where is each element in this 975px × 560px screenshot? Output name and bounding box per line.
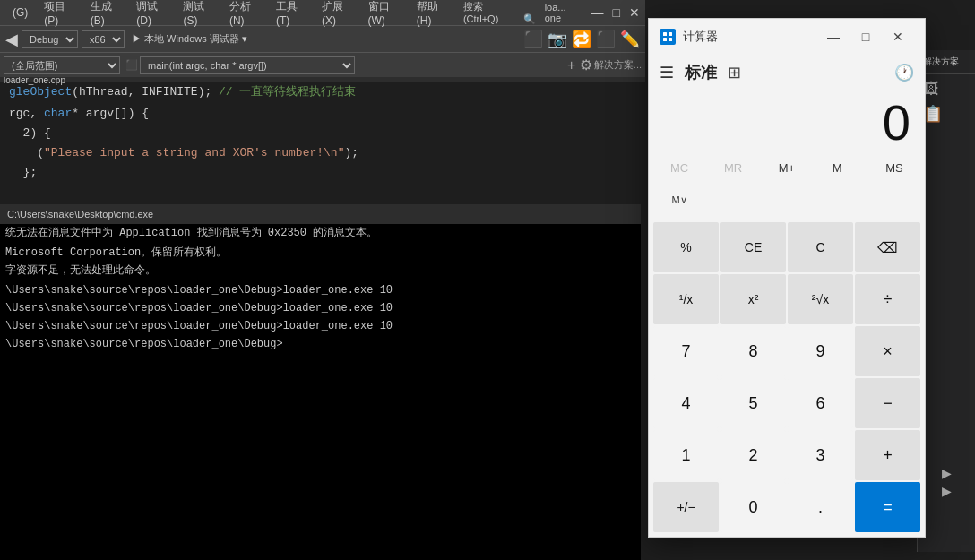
svg-rect-3: [669, 38, 672, 41]
calc-8-btn[interactable]: 8: [720, 326, 786, 376]
function-select[interactable]: main(int argc, char * argv[]): [140, 56, 355, 74]
calc-app-icon: [660, 29, 676, 45]
window-title: loa... one: [545, 2, 579, 23]
terminal-line-9: \Users\snake\source\repos\loader_one\Deb…: [0, 335, 641, 353]
calc-multiply-btn[interactable]: ×: [855, 326, 920, 376]
calc-2-btn[interactable]: 2: [720, 430, 786, 480]
terminal-line-3: Microsoft Corporation。保留所有权利。: [0, 244, 641, 262]
close-btn[interactable]: ✕: [629, 5, 640, 20]
hamburger-icon[interactable]: ☰: [660, 63, 674, 82]
menu-project[interactable]: 项目(P): [37, 0, 82, 29]
menu-window[interactable]: 窗口(W): [361, 0, 408, 29]
menu-build[interactable]: 生成(B): [83, 0, 128, 29]
calc-mode-icon: ⊞: [728, 63, 741, 82]
code-line-6: };: [0, 163, 645, 183]
calc-history-icon[interactable]: 🕐: [894, 63, 914, 82]
calc-mode-label: 标准: [685, 62, 717, 83]
calc-subtract-btn[interactable]: −: [855, 378, 920, 428]
function-indicator: ⬛: [125, 59, 138, 71]
calc-mplus-btn[interactable]: M+: [760, 151, 814, 184]
calc-ce-btn[interactable]: CE: [720, 222, 786, 272]
calc-mc-btn[interactable]: MC: [652, 151, 706, 184]
calc-4-btn[interactable]: 4: [653, 378, 719, 428]
svg-rect-0: [663, 32, 667, 36]
calc-square-btn[interactable]: x²: [720, 274, 786, 324]
calc-titlebar: 计算器 — □ ✕: [649, 19, 925, 55]
calc-7-btn[interactable]: 7: [653, 326, 719, 376]
menu-analyze[interactable]: 分析(N): [222, 0, 267, 29]
menu-test[interactable]: 测试(S): [176, 0, 220, 29]
calc-0-btn[interactable]: 0: [720, 482, 786, 532]
arch-select[interactable]: x86: [82, 30, 125, 48]
calc-1-btn[interactable]: 1: [653, 430, 719, 480]
calculator-window: 计算器 — □ ✕ ☰ 标准 ⊞ 🕐 0 MC MR M+ M− MS M∨ %…: [648, 18, 926, 538]
run-btn[interactable]: ▶ 本地 Windows 调试器 ▾: [132, 32, 247, 46]
chevron-right-icon-2[interactable]: ▶: [942, 484, 952, 498]
menu-extensions[interactable]: 扩展(X): [315, 0, 359, 29]
calc-mv-btn[interactable]: M∨: [652, 184, 706, 216]
calc-9-btn[interactable]: 9: [788, 326, 853, 376]
menu-help[interactable]: 帮助(H): [410, 0, 454, 29]
terminal-line-6: \Users\snake\source\repos\loader_one\Deb…: [0, 281, 641, 299]
calc-maximize-btn[interactable]: □: [850, 23, 882, 50]
terminal-line-1: 统无法在消息文件中为 Application 找到消息号为 0x2350 的消息…: [0, 224, 641, 242]
calc-header-left: ☰ 标准 ⊞: [660, 62, 741, 83]
calc-ms-btn[interactable]: MS: [867, 151, 921, 184]
code-line-3: rgc, char* argv[]) {: [0, 104, 645, 124]
terminal-title-bar: C:\Users\snake\Desktop\cmd.exe: [0, 204, 641, 224]
solve-label: 解决方案...: [594, 58, 642, 72]
code-line-1: gleObject(hThread, INFINITE); // 一直等待线程执…: [0, 82, 645, 102]
calc-decimal-btn[interactable]: .: [788, 482, 853, 532]
panel-icon-1[interactable]: 🖼: [923, 80, 970, 99]
calc-backspace-btn[interactable]: ⌫: [855, 222, 920, 272]
calc-3-btn[interactable]: 3: [788, 430, 853, 480]
minimize-btn[interactable]: —: [591, 5, 604, 20]
config-select[interactable]: Debug: [22, 30, 78, 48]
calc-percent-btn[interactable]: %: [653, 222, 719, 272]
calc-title-buttons: — □ ✕: [817, 23, 914, 50]
calc-minimize-btn[interactable]: —: [817, 23, 850, 50]
code-line-4: 2) {: [0, 124, 645, 143]
panel-icon-2[interactable]: 📋: [923, 104, 970, 124]
terminal-path: C:\Users\snake\Desktop\cmd.exe: [7, 209, 153, 220]
code-line-5: ("Please input a string and XOR's number…: [0, 143, 645, 163]
main-toolbar: ◀ Debug x86 ▶ 本地 Windows 调试器 ▾ ⬛ 📷 🔁 ⬛ ✏…: [0, 25, 645, 52]
calc-divide-btn[interactable]: ÷: [855, 274, 920, 324]
calc-title-text: 计算器: [683, 29, 718, 45]
calc-negate-btn[interactable]: +/−: [653, 482, 719, 532]
calc-equals-btn[interactable]: =: [855, 482, 920, 532]
panel-bottom-icons: ▶ ▶: [918, 466, 975, 498]
back-btn[interactable]: ◀: [5, 30, 18, 49]
calc-mr-btn[interactable]: MR: [706, 151, 760, 184]
toolbar-icons: ⬛ 📷 🔁 ⬛ ✏️: [523, 30, 640, 49]
calc-display-number: 0: [663, 98, 910, 148]
calc-memory-row: MC MR M+ M− MS M∨: [649, 151, 925, 216]
calc-add-btn[interactable]: +: [855, 430, 920, 480]
toolbar-extra: + ⚙: [567, 56, 592, 73]
terminal-line-8: \Users\snake\source\repos\loader_one\Deb…: [0, 317, 641, 335]
panel-label: 解决方案: [918, 50, 975, 74]
scope-select[interactable]: (全局范围): [4, 56, 120, 74]
calc-close-btn[interactable]: ✕: [882, 23, 914, 50]
chevron-right-icon-1[interactable]: ▶: [942, 466, 952, 480]
search-box[interactable]: 搜索 (Ctrl+Q) 🔍: [463, 0, 543, 25]
calc-display: 0: [649, 90, 925, 151]
terminal-line-4: 字资源不足，无法处理此命令。: [0, 262, 641, 280]
menu-bar: (G) 项目(P) 生成(B) 调试(D) 测试(S) 分析(N) 工具(T) …: [0, 0, 645, 25]
calc-mminus-btn[interactable]: M−: [814, 151, 867, 184]
menu-debug[interactable]: 调试(D): [129, 0, 174, 29]
calc-clear-btn[interactable]: C: [788, 222, 853, 272]
calc-6-btn[interactable]: 6: [788, 378, 853, 428]
scope-toolbar: (全局范围) ⬛ main(int argc, char * argv[]) +…: [0, 52, 645, 77]
terminal-window: C:\Users\snake\Desktop\cmd.exe 统无法在消息文件中…: [0, 204, 641, 560]
calc-5-btn[interactable]: 5: [720, 378, 786, 428]
calc-sqrt-btn[interactable]: ²√x: [788, 274, 853, 324]
calc-title-left: 计算器: [660, 29, 718, 45]
calc-buttons-grid: % CE C ⌫ ¹/x x² ²√x ÷ 7 8 9 × 4 5 6 − 1 …: [649, 218, 925, 537]
panel-icons: 🖼 📋: [918, 74, 975, 134]
svg-rect-1: [669, 32, 672, 36]
menu-tools[interactable]: 工具(T): [269, 0, 313, 29]
maximize-btn[interactable]: □: [613, 5, 620, 20]
menu-g[interactable]: (G): [5, 4, 35, 21]
calc-reciprocal-btn[interactable]: ¹/x: [653, 274, 719, 324]
